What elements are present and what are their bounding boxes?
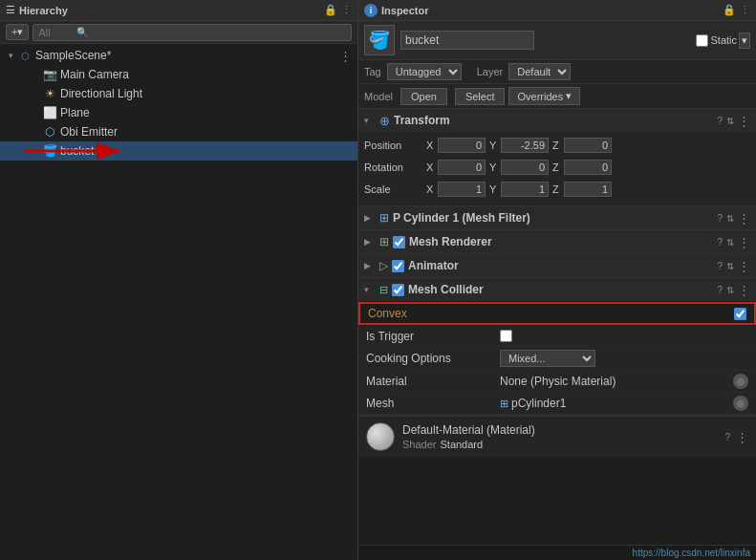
scale-z-field: Z: [552, 182, 612, 197]
mesh-collider-dots-icon[interactable]: ⋮: [738, 283, 750, 297]
x-axis-label: X: [426, 140, 436, 151]
rx-label: X: [426, 162, 436, 173]
hierarchy-header: ☰ Hierarchy 🔒 ⋮: [0, 0, 357, 21]
mesh-renderer-header[interactable]: ▶ ⊞ Mesh Renderer ? ⇅ ⋮: [358, 230, 756, 253]
transform-expand-icon: ▾: [364, 116, 376, 125]
transform-settings-icon[interactable]: ⇅: [726, 116, 734, 126]
mesh-filter-dots-icon[interactable]: ⋮: [738, 211, 750, 226]
mesh-prop-value: pCylinder1: [511, 397, 733, 410]
position-z-input[interactable]: [564, 138, 612, 153]
bucket-container: 🪣 bucket: [0, 141, 357, 161]
sz-label: Z: [552, 183, 562, 195]
mesh-collider-title: Mesh Collider: [408, 283, 713, 296]
static-dropdown-btn[interactable]: ▾: [739, 32, 750, 49]
transform-move-icon: ⊕: [379, 114, 390, 128]
layer-select[interactable]: Default: [508, 63, 571, 80]
model-label: Model: [364, 91, 393, 102]
main-camera-label: Main Camera: [60, 68, 129, 81]
plane-label: Plane: [60, 106, 90, 119]
shader-row: Shader Standard: [402, 439, 535, 450]
material-sphere: [366, 422, 395, 451]
tag-select[interactable]: Untagged: [387, 63, 462, 80]
light-icon: ☀: [42, 86, 57, 101]
add-button[interactable]: +▾: [6, 24, 29, 40]
scene-menu[interactable]: ⋮: [334, 49, 357, 63]
mesh-collider-checkbox[interactable]: [392, 284, 404, 296]
select-button[interactable]: Select: [455, 88, 506, 105]
material-help-icon[interactable]: ?: [724, 432, 730, 442]
animator-header[interactable]: ▶ ▷ Animator ? ⇅ ⋮: [358, 254, 756, 277]
tree-item-plane[interactable]: ⬜ Plane: [0, 103, 357, 122]
material-dots-icon[interactable]: ⋮: [736, 430, 748, 444]
animator-checkbox[interactable]: [392, 260, 404, 272]
mesh-collider-settings-icon[interactable]: ⇅: [726, 285, 734, 295]
animator-dots-icon[interactable]: ⋮: [738, 259, 750, 273]
mesh-value-icon: ⊞: [500, 398, 508, 410]
object-name-input[interactable]: [400, 31, 534, 50]
hierarchy-title: Hierarchy: [19, 5, 320, 16]
overrides-button[interactable]: Overrides ▾: [508, 87, 580, 105]
position-y-field: Y: [489, 138, 549, 153]
inspector-more-icon[interactable]: ⋮: [740, 4, 750, 16]
tree-item-directional-light[interactable]: ☀ Directional Light: [0, 84, 357, 103]
mesh-renderer-checkbox[interactable]: [393, 236, 405, 248]
shader-value: Standard: [440, 439, 483, 450]
ry-label: Y: [489, 162, 499, 173]
scale-z-input[interactable]: [564, 182, 612, 197]
cooking-options-label: Cooking Options: [366, 352, 500, 365]
mesh-renderer-dots-icon[interactable]: ⋮: [738, 235, 750, 249]
tree-item-obi-emitter[interactable]: ⬡ Obi Emitter: [0, 122, 357, 141]
inspector-lock-icon[interactable]: 🔒: [723, 4, 736, 16]
mesh-renderer-help-icon[interactable]: ?: [717, 237, 723, 248]
rotation-x-input[interactable]: [438, 160, 486, 175]
transform-help-icon[interactable]: ?: [717, 116, 723, 126]
position-row: Position X Y Z: [364, 136, 750, 155]
mesh-renderer-settings-icon[interactable]: ⇅: [726, 237, 734, 248]
material-actions: ? ⋮: [724, 430, 748, 444]
tree-item-bucket[interactable]: 🪣 bucket: [0, 141, 357, 161]
position-y-input[interactable]: [501, 138, 549, 153]
rotation-y-input[interactable]: [501, 160, 549, 175]
open-button[interactable]: Open: [400, 88, 447, 105]
rotation-xyz: X Y Z: [426, 160, 750, 175]
rotation-z-input[interactable]: [564, 160, 612, 175]
convex-label: Convex: [368, 307, 734, 320]
tree-item-main-camera[interactable]: 📷 Main Camera: [0, 65, 357, 84]
mesh-filter-grid-icon: ⊞: [379, 211, 389, 225]
static-checkbox[interactable]: [696, 34, 708, 47]
mesh-filter-help-icon[interactable]: ?: [717, 213, 723, 224]
scale-x-input[interactable]: [438, 182, 486, 197]
scale-y-input[interactable]: [501, 182, 549, 197]
is-trigger-label: Is Trigger: [366, 330, 500, 343]
cooking-options-select[interactable]: Mixed...: [500, 350, 595, 367]
material-prop-value: None (Physic Material): [500, 375, 733, 388]
mesh-filter-settings-icon[interactable]: ⇅: [726, 213, 734, 224]
transform-dots-icon[interactable]: ⋮: [738, 114, 750, 128]
scale-x-field: X: [426, 182, 486, 197]
mesh-filter-header[interactable]: ▶ ⊞ P Cylinder 1 (Mesh Filter) ? ⇅ ⋮: [358, 206, 756, 229]
mesh-filter-title: P Cylinder 1 (Mesh Filter): [393, 211, 713, 225]
position-z-field: Z: [552, 138, 612, 153]
animator-settings-icon[interactable]: ⇅: [726, 261, 734, 271]
animator-icon: ▷: [379, 259, 388, 272]
is-trigger-checkbox[interactable]: [500, 330, 512, 342]
inspector-info-icon: i: [364, 4, 378, 17]
animator-title: Animator: [408, 259, 713, 272]
material-select-btn[interactable]: ◎: [733, 374, 748, 389]
convex-checkbox[interactable]: [734, 308, 746, 320]
lock-icon[interactable]: 🔒: [324, 4, 337, 16]
bucket-label: bucket: [60, 144, 94, 158]
mesh-select-btn[interactable]: ◎: [733, 396, 748, 411]
transform-header[interactable]: ▾ ⊕ Transform ? ⇅ ⋮: [358, 109, 756, 132]
tree-item-samplescene[interactable]: ▾ ⬡ SampleScene* ⋮: [0, 46, 357, 65]
material-name: Default-Material (Material): [402, 423, 535, 437]
rz-label: Z: [552, 162, 562, 173]
position-x-input[interactable]: [438, 138, 486, 153]
more-icon[interactable]: ⋮: [341, 4, 352, 16]
mesh-collider-help-icon[interactable]: ?: [717, 285, 723, 295]
animator-help-icon[interactable]: ?: [717, 261, 723, 271]
scale-row: Scale X Y Z: [364, 180, 750, 199]
object-header: 🪣 Static ▾: [358, 21, 756, 60]
inspector-header: i Inspector 🔒 ⋮: [358, 0, 756, 21]
mesh-collider-header[interactable]: ▾ ⊟ Mesh Collider ? ⇅ ⋮: [358, 278, 756, 301]
